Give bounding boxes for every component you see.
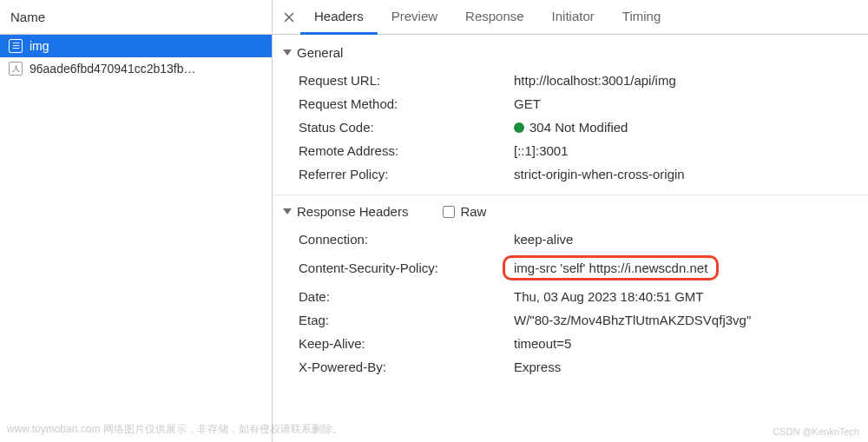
header-row: Request URL:http://localhost:3001/api/im… (273, 69, 868, 92)
status-dot-icon (514, 122, 524, 133)
header-value: W/"80-3z/Mov4BhzTlUtmAKZDSVqfj3vg" (514, 313, 868, 327)
header-row: X-Powered-By:Express (273, 355, 868, 379)
header-key: Keep-Alive: (299, 336, 514, 351)
header-value: timeout=5 (514, 336, 868, 351)
section-title: General (297, 45, 343, 60)
header-value: img-src 'self' https://i.newscdn.net (514, 255, 868, 280)
header-row: Remote Address:[::1]:3001 (273, 139, 868, 162)
header-row: Connection:keep-alive (273, 228, 868, 251)
close-icon[interactable] (278, 0, 300, 34)
header-value: Express (514, 360, 868, 374)
header-value: strict-origin-when-cross-origin (514, 167, 868, 181)
request-row[interactable]: ☰img (0, 35, 272, 57)
disclosure-triangle-icon (283, 49, 292, 56)
header-key: X-Powered-By: (299, 360, 514, 374)
header-value: 304 Not Modified (514, 120, 868, 135)
header-row: Etag:W/"80-3z/Mov4BhzTlUtmAKZDSVqfj3vg" (273, 308, 868, 332)
request-name: 96aade6fbd470941cc2b13fb… (30, 62, 196, 76)
header-value: http://localhost:3001/api/img (514, 73, 868, 88)
tab-response[interactable]: Response (451, 0, 538, 35)
name-column-header[interactable]: Name (0, 0, 272, 35)
details-tab-bar: HeadersPreviewResponseInitiatorTiming (273, 0, 868, 35)
header-row: Referrer Policy:strict-origin-when-cross… (273, 162, 868, 186)
header-row: Date:Thu, 03 Aug 2023 18:40:51 GMT (273, 285, 868, 308)
response-headers-section-header[interactable]: Response Headers Raw (273, 195, 868, 224)
header-key: Request Method: (299, 96, 514, 111)
header-key: Content-Security-Policy: (299, 261, 514, 275)
header-key: Request URL: (299, 73, 514, 88)
watermark-right: CSDN @KenkoTech (773, 426, 859, 437)
request-row[interactable]: 人96aade6fbd470941cc2b13fb… (0, 57, 272, 80)
header-value: [::1]:3001 (514, 143, 868, 158)
document-icon: ☰ (9, 39, 23, 53)
request-name: img (30, 39, 49, 53)
header-key: Remote Address: (299, 143, 514, 158)
header-row: Keep-Alive:timeout=5 (273, 332, 868, 355)
tab-timing[interactable]: Timing (608, 0, 674, 35)
header-key: Etag: (299, 313, 514, 327)
header-value: Thu, 03 Aug 2023 18:40:51 GMT (514, 289, 868, 304)
header-key: Status Code: (299, 120, 514, 135)
header-row: Status Code:304 Not Modified (273, 115, 868, 139)
raw-label: Raw (460, 204, 486, 219)
details-panel: HeadersPreviewResponseInitiatorTiming Ge… (273, 0, 868, 442)
highlight-annotation: img-src 'self' https://i.newscdn.net (503, 255, 719, 280)
header-row: Request Method:GET (273, 92, 868, 115)
header-row: Content-Security-Policy:img-src 'self' h… (273, 251, 868, 285)
header-key: Referrer Policy: (299, 167, 514, 181)
raw-toggle[interactable]: Raw (443, 204, 486, 219)
header-value: GET (514, 96, 868, 111)
header-key: Date: (299, 289, 514, 304)
watermark-left: www.toymoban.com 网络图片仅供展示，非存储，如有侵权请联系删除。 (7, 422, 343, 437)
tab-preview[interactable]: Preview (378, 0, 451, 35)
tab-headers[interactable]: Headers (300, 0, 378, 35)
section-title: Response Headers (297, 204, 408, 219)
network-request-list: Name ☰img人96aade6fbd470941cc2b13fb… (0, 0, 273, 442)
general-section-header[interactable]: General (273, 40, 868, 65)
disclosure-triangle-icon (283, 208, 292, 214)
raw-checkbox[interactable] (443, 206, 455, 218)
header-key: Connection: (299, 232, 514, 247)
header-value: keep-alive (514, 232, 868, 247)
script-icon: 人 (9, 62, 23, 76)
tab-initiator[interactable]: Initiator (538, 0, 608, 35)
